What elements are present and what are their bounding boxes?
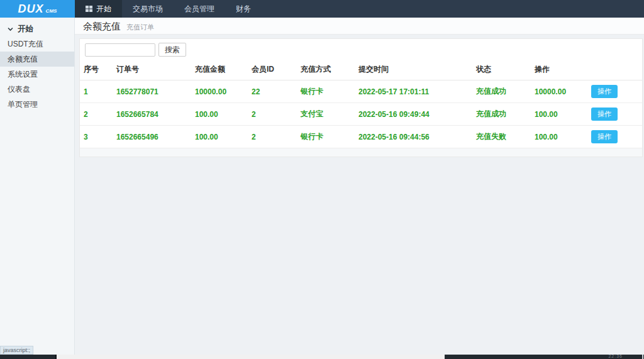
nav-item-label: 财务 [236,4,251,14]
sidebar-group-label: 开始 [18,24,33,35]
taskbar[interactable]: 22:36 [0,355,644,359]
main-area: 余额充值 充值订单 搜索 序号 [75,18,644,359]
page-title: 余额充值 [83,18,121,33]
cell-status: 充值成功 [472,80,531,103]
sidebar-item-label: 系统设置 [8,70,38,79]
nav-item-members[interactable]: 会员管理 [174,0,225,18]
sidebar-item-balance-recharge[interactable]: 余额充值 [0,52,74,67]
sidebar-item-system-settings[interactable]: 系统设置 [0,67,74,82]
taskbar-clock: 22:36 [608,354,623,359]
cell-op-amount: 10000.00 [531,80,587,103]
page-subtitle: 充值订单 [126,23,154,32]
cell-member-id: 2 [248,103,297,126]
sidebar-group-start[interactable]: 开始 [0,21,74,36]
cell-method: 支付宝 [297,103,355,126]
table-footer-strip [80,148,642,157]
top-nav: 开始 交易市场 会员管理 财务 [75,0,644,18]
cell-submitted-at: 2022-05-16 09:49:44 [355,103,472,126]
nav-item-market[interactable]: 交易市场 [122,0,174,18]
col-header-actions [587,60,642,80]
top-bar: DUX CMS 开始 交易市场 会员管理 财务 [0,0,644,18]
taskbar-active-window-segment[interactable] [55,355,445,359]
search-input[interactable] [85,43,155,57]
cell-submitted-at: 2022-05-17 17:01:11 [355,80,472,103]
cell-op-amount: 100.00 [531,103,587,126]
nav-item-label: 开始 [96,4,111,14]
cell-order-no: 1652665784 [113,103,191,126]
orders-panel: 搜索 序号 订单号 充值金额 会员ID 充值方式 [79,38,643,157]
logo-brand-text: DUX [18,3,44,16]
grid-icon [86,6,92,12]
row-action-button[interactable]: 操作 [591,130,618,143]
cell-status: 充值成功 [472,103,531,126]
chevron-down-icon [8,27,13,31]
logo-suffix-text: CMS [46,8,57,14]
table-row: 1 1652778071 10000.00 22 银行卡 2022-05-17 … [80,80,642,103]
sidebar-item-label: USDT充值 [8,40,43,48]
table-row: 2 1652665784 100.00 2 支付宝 2022-05-16 09:… [80,103,642,126]
cell-member-id: 22 [248,80,297,103]
taskbar-edge-sliver [642,355,643,359]
cell-index: 3 [80,126,113,148]
cell-index: 2 [80,103,113,126]
cell-actions: 操作 [587,80,642,103]
cell-index: 1 [80,80,113,103]
cell-status: 充值失败 [472,126,531,148]
row-action-button[interactable]: 操作 [591,85,618,98]
cell-amount: 100.00 [191,126,248,148]
col-header-index: 序号 [80,60,113,80]
sidebar-item-label: 单页管理 [8,100,38,109]
nav-item-label: 交易市场 [133,4,163,14]
orders-table: 序号 订单号 充值金额 会员ID 充值方式 提交时间 状态 操作 [80,60,642,148]
nav-item-start[interactable]: 开始 [75,0,122,18]
content-area: 搜索 序号 订单号 充值金额 会员ID 充值方式 [75,35,644,359]
main-layout: 开始 USDT充值 余额充值 系统设置 仪表盘 单页管理 余额充值 充值订单 [0,18,644,359]
cell-order-no: 1652778071 [113,80,191,103]
cell-amount: 10000.00 [191,80,248,103]
cell-order-no: 1652665496 [113,126,191,148]
search-row: 搜索 [80,39,642,60]
sidebar-item-label: 余额充值 [8,55,38,64]
cell-member-id: 2 [248,126,297,148]
sidebar-item-label: 仪表盘 [8,85,30,94]
sidebar: 开始 USDT充值 余额充值 系统设置 仪表盘 单页管理 [0,18,75,359]
cell-method: 银行卡 [297,80,355,103]
col-header-amount: 充值金额 [191,60,248,80]
col-header-status: 状态 [472,60,531,80]
row-action-button[interactable]: 操作 [591,108,618,121]
search-button[interactable]: 搜索 [158,43,186,57]
sidebar-item-dashboard[interactable]: 仪表盘 [0,82,74,97]
col-header-member-id: 会员ID [248,60,297,80]
cell-op-amount: 100.00 [531,126,587,148]
col-header-operation: 操作 [531,60,587,80]
cell-actions: 操作 [587,103,642,126]
nav-item-finance[interactable]: 财务 [225,0,262,18]
logo[interactable]: DUX CMS [0,0,75,18]
table-row: 3 1652665496 100.00 2 银行卡 2022-05-16 09:… [80,126,642,148]
link-status-tooltip: javascript:; [0,346,33,355]
col-header-submitted-at: 提交时间 [355,60,472,80]
breadcrumb: 余额充值 充值订单 [75,18,644,35]
cell-actions: 操作 [587,126,642,148]
cell-method: 银行卡 [297,126,355,148]
sidebar-item-usdt-recharge[interactable]: USDT充值 [0,36,74,52]
cell-submitted-at: 2022-05-16 09:44:56 [355,126,472,148]
cell-amount: 100.00 [191,103,248,126]
col-header-order-no: 订单号 [113,60,191,80]
sidebar-item-single-page[interactable]: 单页管理 [0,97,74,112]
col-header-method: 充值方式 [297,60,355,80]
nav-item-label: 会员管理 [184,4,214,14]
table-header-row: 序号 订单号 充值金额 会员ID 充值方式 提交时间 状态 操作 [80,60,642,80]
